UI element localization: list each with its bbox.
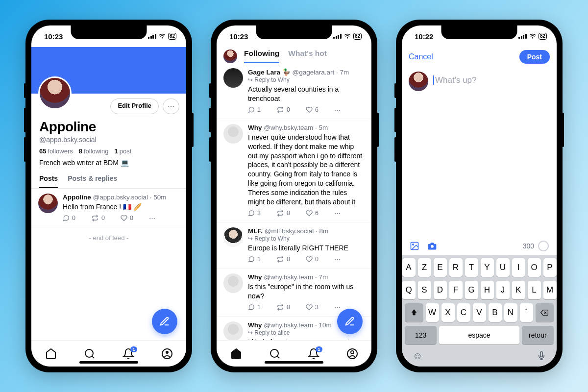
keyboard[interactable]: AZERTYUIOP QSDFGHJKLM WXCVBN´ 123 espace… [402, 255, 557, 367]
nav-profile-icon[interactable] [346, 348, 358, 360]
header-avatar[interactable] [223, 49, 237, 63]
repost-button[interactable]: 0 [276, 304, 290, 311]
like-button[interactable]: 0 [306, 256, 318, 263]
compose-input[interactable]: What's up? [433, 72, 550, 91]
backspace-key[interactable] [536, 303, 554, 322]
edit-profile-button[interactable]: Edit Profile [110, 98, 159, 114]
post-avatar[interactable] [223, 124, 243, 144]
post-avatar[interactable] [223, 273, 243, 293]
return-key[interactable]: retour [522, 326, 554, 344]
repost-button[interactable]: 0 [276, 210, 290, 217]
post-avatar[interactable] [38, 194, 58, 213]
key-M[interactable]: M [543, 281, 557, 299]
post-avatar[interactable] [223, 227, 243, 247]
mic-key[interactable] [537, 350, 546, 362]
key-K[interactable]: K [512, 281, 525, 299]
camera-icon[interactable] [427, 241, 437, 251]
nav-notifications-icon[interactable]: 1 [122, 348, 134, 360]
key-I[interactable]: I [512, 258, 525, 277]
signal-icon [148, 34, 156, 39]
key-B[interactable]: B [489, 303, 502, 322]
key-P[interactable]: P [543, 258, 557, 277]
post-item[interactable]: MLF. @mlf.bsky.social · 8m ↪ Reply to Wh… [217, 222, 371, 269]
key-U[interactable]: U [496, 258, 510, 277]
compose-fab[interactable] [152, 309, 177, 334]
post-more-button[interactable]: ⋯ [149, 215, 155, 222]
key-V[interactable]: V [473, 303, 486, 322]
numeric-key[interactable]: 123 [405, 326, 437, 344]
key-D[interactable]: D [434, 281, 447, 299]
repost-button[interactable]: 0 [276, 256, 290, 263]
tab-posts-replies[interactable]: Posts & replies [68, 174, 117, 188]
post-button[interactable]: Post [519, 50, 550, 64]
nav-search-icon[interactable] [84, 348, 96, 360]
post-more-button[interactable]: ⋯ [334, 256, 341, 263]
key-H[interactable]: H [481, 281, 494, 299]
key-A[interactable]: A [402, 258, 416, 277]
notification-badge: 1 [130, 346, 137, 352]
profile-avatar[interactable] [38, 76, 72, 110]
tab-following[interactable]: Following [244, 49, 279, 63]
reply-button[interactable]: 1 [248, 304, 261, 311]
cancel-button[interactable]: Cancel [409, 52, 433, 61]
post-more-button[interactable]: ⋯ [334, 304, 341, 311]
key-X[interactable]: X [441, 303, 455, 322]
key-Y[interactable]: Y [481, 258, 494, 277]
key-R[interactable]: R [449, 258, 463, 277]
emoji-key[interactable]: ☺ [413, 350, 422, 362]
key-´[interactable]: ´ [520, 303, 533, 322]
key-S[interactable]: S [418, 281, 431, 299]
key-Z[interactable]: Z [418, 258, 431, 277]
key-J[interactable]: J [496, 281, 510, 299]
reply-button[interactable]: 1 [248, 106, 261, 114]
key-O[interactable]: O [528, 258, 541, 277]
more-options-button[interactable]: ⋯ [163, 98, 179, 114]
nav-notifications-icon[interactable]: 1 [308, 348, 319, 360]
tab-whats-hot[interactable]: What's hot [288, 49, 327, 63]
tab-posts[interactable]: Posts [39, 174, 58, 188]
key-G[interactable]: G [465, 281, 478, 299]
image-picker-icon[interactable] [410, 241, 419, 251]
key-T[interactable]: T [465, 258, 478, 277]
nav-profile-icon[interactable] [161, 348, 173, 360]
nav-search-icon[interactable] [269, 348, 281, 360]
handle: @appo.bsky.social [39, 136, 178, 144]
reply-button[interactable]: 3 [248, 210, 261, 217]
display-name: Appoline [39, 119, 178, 135]
reply-button[interactable]: 1 [248, 256, 261, 263]
post-item[interactable]: Gage Lara 🦆 @gagelara.art · 7m ↪ Reply t… [217, 63, 371, 119]
like-button[interactable]: 6 [306, 210, 318, 217]
key-C[interactable]: C [457, 303, 470, 322]
signal-icon [518, 34, 527, 39]
phone-profile: 10:23 82 Edit Profile ⋯ Appoline @appo.b… [25, 20, 192, 372]
post-more-button[interactable]: ⋯ [334, 210, 341, 217]
key-W[interactable]: W [426, 303, 439, 322]
post-item[interactable]: Why @why.bsky.team · 5m I never quite un… [217, 119, 371, 222]
repost-button[interactable]: 0 [91, 215, 105, 222]
space-key[interactable]: espace [439, 326, 519, 344]
compose-avatar [409, 72, 428, 91]
repost-button[interactable]: 0 [276, 106, 290, 114]
notification-badge: 1 [316, 346, 322, 352]
wifi-icon [158, 33, 166, 39]
post-avatar[interactable] [223, 321, 243, 341]
reply-button[interactable]: 0 [63, 215, 75, 222]
post-more-button[interactable]: ⋯ [334, 106, 341, 114]
nav-home-icon[interactable] [230, 348, 242, 360]
like-button[interactable]: 3 [306, 304, 318, 311]
status-time: 10:23 [229, 32, 248, 41]
svg-point-5 [351, 351, 354, 354]
post-item[interactable]: Appoline @appo.bsky.social · 50m Hello f… [31, 189, 186, 227]
signal-icon [333, 34, 342, 39]
key-Q[interactable]: Q [402, 281, 416, 299]
key-N[interactable]: N [504, 303, 517, 322]
like-button[interactable]: 6 [306, 106, 318, 114]
like-button[interactable]: 0 [121, 215, 133, 222]
key-L[interactable]: L [528, 281, 541, 299]
key-E[interactable]: E [434, 258, 447, 277]
nav-home-icon[interactable] [45, 348, 57, 360]
key-F[interactable]: F [449, 281, 463, 299]
compose-fab[interactable] [337, 309, 363, 334]
shift-key[interactable] [405, 303, 423, 322]
post-avatar[interactable] [223, 68, 243, 88]
